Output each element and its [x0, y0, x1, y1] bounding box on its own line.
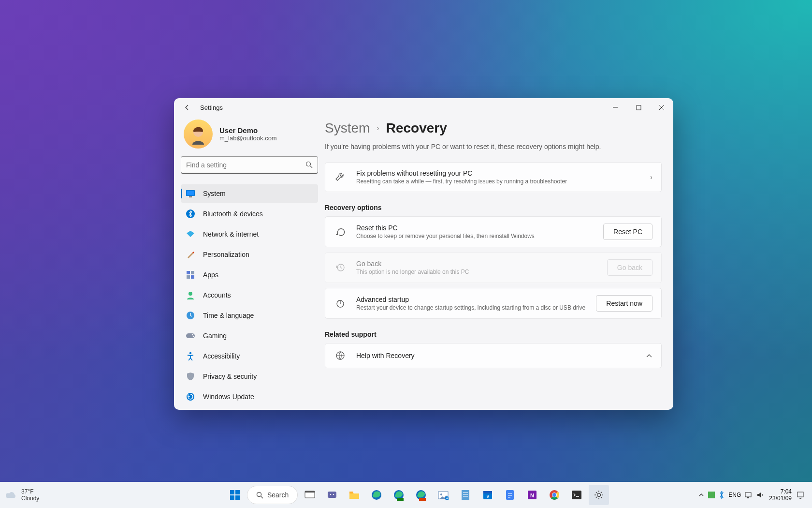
breadcrumb-root[interactable]: System — [325, 120, 370, 136]
svg-rect-31 — [349, 492, 353, 493]
settings-button[interactable] — [589, 485, 609, 505]
svg-rect-56 — [747, 497, 749, 498]
minimize-button[interactable] — [604, 98, 627, 117]
taskbar-search[interactable]: Search — [247, 486, 298, 504]
person-icon — [186, 290, 195, 300]
svg-point-14 — [192, 334, 193, 336]
restart-now-button[interactable]: Restart now — [596, 295, 652, 312]
svg-rect-5 — [189, 196, 192, 197]
svg-point-2 — [306, 162, 311, 166]
main-content: System › Recovery If you're having probl… — [325, 117, 673, 410]
onenote-button[interactable]: N — [522, 485, 542, 505]
chrome-button[interactable] — [544, 485, 565, 505]
sidebar-item-privacy[interactable]: Privacy & security — [181, 367, 318, 386]
edge-canary-button[interactable] — [411, 485, 431, 505]
svg-text:9: 9 — [487, 494, 489, 499]
tray-app-icon[interactable] — [708, 492, 715, 498]
sidebar-item-personalization[interactable]: Personalization — [181, 245, 318, 264]
task-view-button[interactable] — [300, 485, 320, 505]
language-indicator[interactable]: ENG — [728, 492, 741, 498]
svg-rect-54 — [708, 492, 715, 498]
edge-beta-button[interactable] — [389, 485, 409, 505]
time: 7:04 — [769, 488, 792, 495]
sidebar-item-label: Network & internet — [203, 230, 259, 238]
sidebar-item-bluetooth[interactable]: Bluetooth & devices — [181, 205, 318, 223]
paint-icon — [186, 250, 195, 259]
docs-button[interactable] — [500, 485, 520, 505]
svg-rect-42 — [483, 491, 492, 493]
weather-widget[interactable]: 37°F Cloudy — [0, 488, 135, 502]
accessibility-icon — [186, 351, 195, 361]
sidebar-item-label: Time & language — [203, 312, 254, 319]
reset-pc-card: Reset this PC Choose to keep or remove y… — [325, 216, 662, 247]
maximize-button[interactable] — [627, 98, 650, 117]
photos-button[interactable] — [433, 485, 453, 505]
sidebar-item-accessibility[interactable]: Accessibility — [181, 347, 318, 365]
card-title: Advanced startup — [356, 296, 586, 303]
search-box[interactable] — [181, 156, 318, 174]
taskbar: 37°F Cloudy Search 9 N ENG — [0, 482, 812, 508]
svg-rect-23 — [230, 495, 234, 500]
back-button[interactable] — [183, 103, 191, 112]
svg-rect-0 — [637, 105, 641, 110]
terminal-button[interactable] — [566, 485, 587, 505]
svg-point-29 — [330, 494, 332, 495]
sidebar-item-accounts[interactable]: Accounts — [181, 286, 318, 304]
card-title: Go back — [356, 260, 597, 268]
sidebar-item-label: Windows Update — [203, 393, 254, 401]
card-title: Fix problems without resetting your PC — [356, 169, 640, 177]
notepad-button[interactable] — [455, 485, 476, 505]
sidebar-item-network[interactable]: Network & internet — [181, 225, 318, 243]
chevron-right-icon: › — [650, 173, 652, 181]
sidebar-item-apps[interactable]: Apps — [181, 266, 318, 284]
svg-point-15 — [193, 336, 194, 337]
calendar-button[interactable]: 9 — [478, 485, 498, 505]
explorer-button[interactable] — [344, 485, 364, 505]
sidebar-item-gaming[interactable]: Gaming — [181, 327, 318, 345]
card-desc: This option is no longer available on th… — [356, 269, 597, 275]
svg-rect-40 — [462, 490, 469, 500]
card-title: Reset this PC — [356, 224, 594, 232]
chat-button[interactable] — [322, 485, 342, 505]
svg-rect-7 — [187, 271, 190, 274]
system-tray[interactable]: ENG — [698, 491, 764, 499]
settings-window: Settings User Demo m_lab@outlook.com — [174, 98, 673, 410]
svg-rect-57 — [798, 492, 803, 497]
notifications-icon[interactable] — [797, 491, 804, 499]
search-input[interactable] — [186, 161, 305, 169]
sidebar-item-update[interactable]: Windows Update — [181, 388, 318, 406]
avatar — [184, 120, 213, 149]
svg-point-16 — [189, 352, 191, 354]
sidebar-item-label: Apps — [203, 271, 218, 279]
reset-pc-button[interactable]: Reset PC — [603, 224, 652, 240]
chevron-up-icon — [646, 353, 652, 358]
help-recovery-card[interactable]: Help with Recovery — [325, 343, 662, 368]
card-desc: Choose to keep or remove your personal f… — [356, 233, 594, 239]
power-icon — [334, 298, 347, 309]
globe-icon — [334, 350, 347, 361]
close-button[interactable] — [650, 98, 673, 117]
page-title: Recovery — [386, 120, 447, 136]
svg-rect-21 — [230, 490, 234, 494]
troubleshoot-card[interactable]: Fix problems without resetting your PC R… — [325, 162, 662, 192]
volume-tray-icon[interactable] — [756, 492, 764, 498]
sidebar-item-label: Gaming — [203, 332, 227, 340]
history-icon — [334, 262, 347, 273]
card-desc: Resetting can take a while — first, try … — [356, 178, 640, 185]
svg-rect-55 — [745, 493, 751, 497]
bluetooth-tray-icon[interactable] — [719, 491, 725, 499]
svg-text:N: N — [530, 493, 534, 498]
start-button[interactable] — [225, 485, 245, 505]
go-back-button: Go back — [607, 259, 652, 276]
sidebar-item-system[interactable]: System — [181, 184, 318, 203]
profile[interactable]: User Demo m_lab@outlook.com — [181, 117, 318, 156]
svg-rect-36 — [419, 498, 426, 501]
sidebar-item-time[interactable]: Time & language — [181, 306, 318, 325]
svg-rect-8 — [191, 271, 194, 274]
svg-rect-4 — [187, 191, 194, 195]
edge-button[interactable] — [366, 485, 387, 505]
svg-rect-28 — [328, 492, 336, 498]
chevron-up-icon[interactable] — [698, 493, 704, 497]
network-tray-icon[interactable] — [745, 492, 753, 498]
clock[interactable]: 7:04 23/01/09 — [769, 488, 792, 502]
